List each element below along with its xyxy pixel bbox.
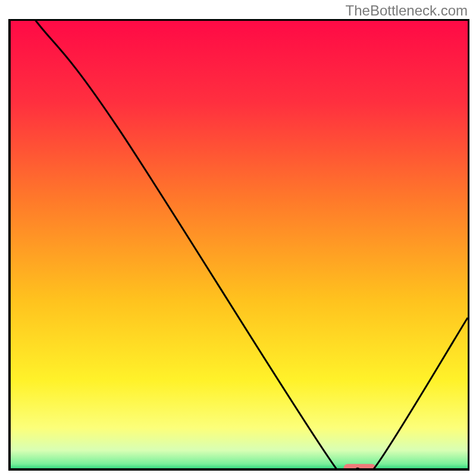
plot-area: [8, 19, 469, 471]
gradient-background: [8, 21, 468, 471]
chart-container: TheBottleneck.com: [0, 0, 476, 476]
attribution-label: TheBottleneck.com: [346, 2, 468, 19]
chart-svg: [8, 21, 468, 471]
